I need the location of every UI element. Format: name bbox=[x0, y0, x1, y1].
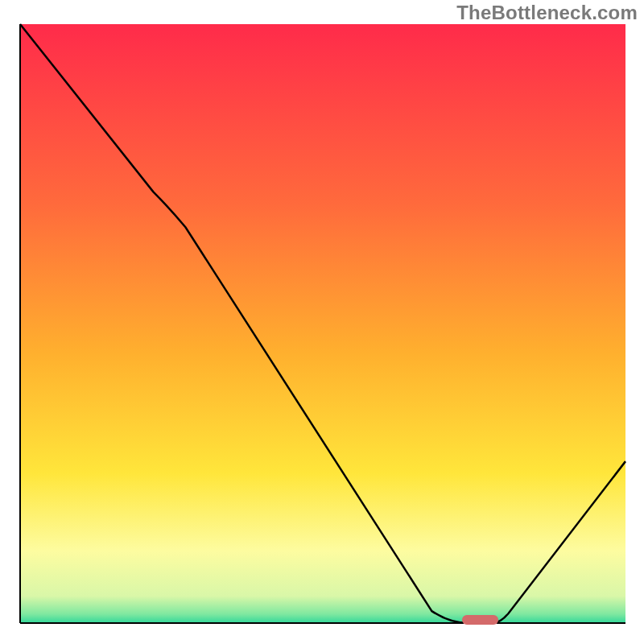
plot-background bbox=[20, 24, 625, 623]
optimal-marker bbox=[462, 615, 498, 625]
chart-container: TheBottleneck.com bbox=[0, 0, 644, 644]
watermark-text: TheBottleneck.com bbox=[456, 2, 638, 24]
bottleneck-chart bbox=[0, 0, 644, 644]
